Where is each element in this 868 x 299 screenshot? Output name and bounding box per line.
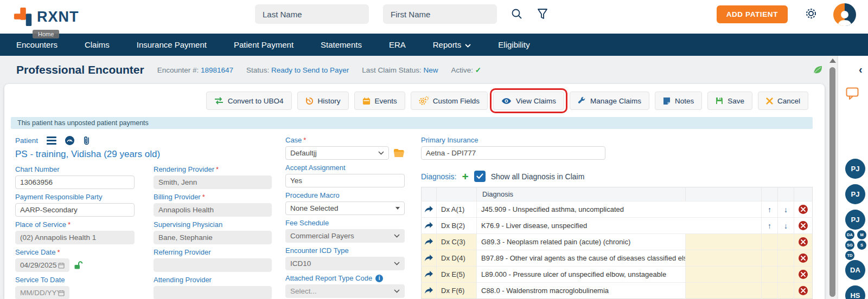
scroll-up-arrow[interactable] — [829, 58, 836, 63]
share-arrow-icon[interactable] — [425, 222, 433, 229]
service-to-date-input[interactable]: MM/DD/YYYY — [15, 286, 69, 299]
sidebar-avatar-pj[interactable]: PJ — [845, 210, 865, 230]
sidebar-avatar-da[interactable]: DA — [845, 260, 865, 280]
sidebar-avatar-hs[interactable]: HS — [845, 285, 865, 299]
nav-item-reports[interactable]: Reports — [433, 40, 471, 49]
primary-insurance-input[interactable]: Aetna - DPI777 — [421, 146, 605, 160]
page-header: Professional Encounter Encounter #: 1898… — [0, 56, 828, 84]
diagnosis-code-cell[interactable]: B97.89 - Other viral agents as the cause… — [477, 250, 686, 266]
diagnosis-code-cell[interactable]: K76.9 - Liver disease, unspecified — [477, 218, 762, 234]
accept-assignment-input[interactable]: Yes — [285, 174, 405, 187]
field-value: MM/DD/YYYY — [20, 289, 58, 297]
nav-item-era[interactable]: ERA — [389, 40, 406, 49]
attached-report-type-code-input[interactable]: Select... — [285, 284, 405, 298]
move-down-cell: ↓ — [778, 218, 794, 234]
referring-provider-input[interactable] — [154, 258, 272, 272]
patient-name-link[interactable]: PS - training, Vidisha (29 years old) — [15, 149, 272, 160]
nav-item-patient-payment[interactable]: Patient Payment — [234, 40, 293, 49]
share-arrow-icon[interactable] — [425, 238, 433, 245]
delete-diagnosis-button[interactable] — [799, 270, 808, 279]
move-up-arrow-icon[interactable]: ↑ — [768, 205, 771, 214]
notes-button[interactable]: Notes — [655, 92, 702, 110]
brand-name: RXNT — [37, 9, 79, 25]
sidebar-mini-avatar-da[interactable]: DA — [845, 230, 854, 239]
sidebar-mini-avatar-sg[interactable]: SG — [845, 240, 854, 250]
unlock-icon[interactable] — [74, 261, 83, 270]
search-icon — [511, 8, 523, 20]
leaf-button[interactable] — [813, 66, 823, 75]
attending-provider-input[interactable] — [154, 286, 272, 299]
delete-diagnosis-button[interactable] — [799, 286, 808, 295]
filter-button[interactable] — [537, 8, 548, 20]
settings-button[interactable] — [804, 6, 818, 21]
patient-dashboard-button[interactable] — [65, 136, 74, 145]
diagnosis-code-cell[interactable]: L89.000 - Pressure ulcer of unspecified … — [477, 266, 686, 283]
nav-item-encounters[interactable]: Encounters — [16, 40, 58, 49]
move-down-arrow-icon[interactable]: ↓ — [784, 205, 788, 214]
rxnt-logo[interactable]: RXNT — [13, 6, 79, 28]
sidebar-mini-avatar-s[interactable]: S — [857, 240, 866, 250]
open-case-folder-icon[interactable] — [393, 148, 405, 158]
add-patient-button[interactable]: ADD PATIENT — [717, 5, 788, 23]
info-icon[interactable]: i — [375, 275, 383, 282]
save-button[interactable]: Save — [707, 92, 752, 110]
view-claims-button[interactable]: View Claims — [493, 92, 564, 110]
events-button[interactable]: Events — [354, 92, 405, 110]
diagnosis-row-dx-d-4: Dx D(4)B97.89 - Other viral agents as th… — [422, 250, 813, 266]
share-arrow-icon[interactable] — [425, 271, 433, 278]
patient-attachment-button[interactable] — [83, 136, 90, 145]
scrollbar-thumb[interactable] — [829, 67, 835, 297]
service-date-input[interactable]: 04/29/2025 — [15, 258, 69, 272]
x-icon — [801, 207, 806, 212]
last-name-input[interactable] — [255, 4, 369, 24]
nav-item-eligibility[interactable]: Eligibility — [498, 40, 529, 49]
button-label: Convert to UBO4 — [228, 97, 284, 105]
delete-diagnosis-button[interactable] — [799, 205, 808, 214]
nav-item-statements[interactable]: Statements — [321, 40, 362, 49]
nav-item-insurance-payment[interactable]: Insurance Payment — [137, 40, 207, 49]
sidebar-mini-avatar-td[interactable]: TD — [845, 251, 854, 260]
collapse-sidebar-chevron-icon[interactable]: ‹ — [859, 63, 863, 76]
billing-provider-input[interactable]: Annapolis Health — [154, 203, 272, 217]
delete-diagnosis-button[interactable] — [799, 237, 808, 246]
move-up-arrow-icon[interactable]: ↑ — [768, 222, 771, 230]
first-name-input[interactable] — [383, 4, 497, 24]
convert-to-ubo4-button[interactable]: Convert to UBO4 — [206, 92, 292, 110]
delete-diagnosis-button[interactable] — [799, 253, 808, 263]
gauge-icon — [65, 136, 74, 145]
diagnosis-code-cell[interactable]: J45.909 - Unspecified asthma, uncomplica… — [477, 202, 762, 218]
sidebar-mini-avatar-m[interactable]: M — [857, 230, 866, 239]
user-avatar[interactable] — [833, 3, 856, 26]
place-of-service-input[interactable]: (02) Annapolis Health 1 — [15, 231, 135, 244]
nav-item-claims[interactable]: Claims — [85, 40, 110, 49]
cancel-button[interactable]: Cancel — [758, 92, 808, 110]
fee-schedule-input[interactable]: Commercial Payers — [285, 229, 405, 243]
page-meta-active: Active: ✓ — [451, 66, 482, 74]
supervising-physician-input[interactable]: Bane, Stephanie — [154, 231, 272, 244]
delete-diagnosis-button[interactable] — [799, 221, 808, 230]
diagnosis-code-cell[interactable]: G89.3 - Neoplasm related pain (acute) (c… — [477, 234, 686, 250]
encounter-icd-type-input[interactable]: ICD10 — [285, 257, 405, 270]
chart-number-input[interactable]: 13063956 — [15, 176, 135, 189]
field-label-service-date: Service Date* — [15, 248, 135, 256]
manage-claims-button[interactable]: Manage Claims — [570, 92, 649, 110]
add-diagnosis-button[interactable]: + — [462, 172, 468, 181]
show-all-diagnosis-checkbox[interactable] — [474, 171, 486, 182]
payment-responsible-party-input[interactable]: AARP-Secondary — [15, 203, 135, 217]
case-input[interactable]: Defaultjj — [285, 146, 389, 160]
history-button[interactable]: History — [297, 92, 349, 110]
share-arrow-icon[interactable] — [425, 206, 433, 213]
move-down-arrow-icon[interactable]: ↓ — [784, 222, 788, 230]
search-button[interactable] — [511, 8, 523, 20]
custom-fields-button[interactable]: Custom Fields — [411, 92, 488, 110]
rendering-provider-input[interactable]: Smith, Jenn — [154, 176, 272, 189]
patient-menu-icon[interactable] — [47, 136, 56, 145]
sidebar-avatar-pj[interactable]: PJ — [845, 159, 865, 179]
chat-button[interactable] — [846, 87, 860, 100]
button-label: View Claims — [516, 97, 556, 105]
diagnosis-code-cell[interactable]: C88.0 - Waldenstrom macroglobulinemia — [477, 283, 686, 299]
share-arrow-icon[interactable] — [425, 287, 433, 294]
sidebar-avatar-pj[interactable]: PJ — [845, 184, 865, 204]
share-arrow-icon[interactable] — [425, 255, 433, 262]
procedure-macro-input[interactable]: None Selected — [285, 202, 405, 215]
